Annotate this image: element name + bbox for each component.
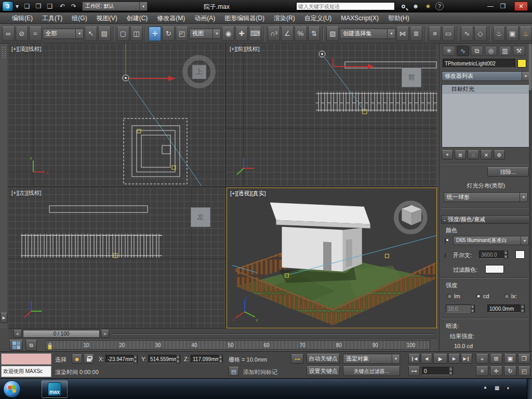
infocenter-search-input[interactable] <box>296 2 395 10</box>
ribbon-toggle-button[interactable]: ▭ <box>442 26 455 41</box>
menu-maxscript[interactable]: MAXScript(X) <box>336 12 383 24</box>
unit-lx-radio[interactable]: lx: <box>504 293 517 299</box>
wirecolor-swatch[interactable] <box>517 59 526 68</box>
open-mini-curve-editor-button[interactable] <box>9 340 23 351</box>
rendered-frame-window-button[interactable]: ▣ <box>506 26 518 41</box>
light-distribution-dropdown[interactable]: 统一球形 ▾ <box>444 192 528 202</box>
mirror-button[interactable]: ⋈ <box>396 26 409 41</box>
viewcube-top-face[interactable]: 上 <box>192 65 206 79</box>
time-ruler[interactable]: 0 10 20 30 40 50 60 70 80 90 100 <box>46 340 430 350</box>
rectangular-selection-region-button[interactable]: ▢ <box>117 26 129 41</box>
y-coord-field[interactable]: 514.559mm ▴▾ <box>148 355 180 363</box>
tab-display[interactable]: ▥ <box>499 46 511 56</box>
isolate-selection-button[interactable]: ☻ <box>72 354 82 364</box>
viewport-top-label[interactable]: [+][顶][线框] <box>11 45 42 53</box>
app-logo-icon[interactable]: 3 <box>2 1 14 11</box>
redo-button[interactable]: ↷ <box>69 2 79 11</box>
key-mode-toggle-button[interactable]: ⊶ <box>408 366 420 376</box>
next-frame-button[interactable]: > <box>101 330 109 338</box>
show-end-result-button[interactable]: ≣ <box>455 150 466 159</box>
percent-snap-button[interactable]: % <box>295 26 307 41</box>
lux-distance-spinner[interactable]: ▴▾ <box>521 305 524 312</box>
viewcube[interactable]: 前 <box>402 68 421 87</box>
render-production-button[interactable]: ♨ <box>520 26 532 41</box>
viewcube[interactable]: 左 <box>191 207 210 227</box>
viewcube[interactable] <box>396 203 425 232</box>
object-name-field[interactable]: TPhotometricLight002 <box>443 59 515 68</box>
select-and-rotate-button[interactable]: ↻ <box>162 26 175 41</box>
kelvin-radio[interactable] <box>445 252 446 259</box>
menu-create[interactable]: 创建(C) <box>122 12 153 24</box>
viewcube[interactable]: 上 <box>182 55 216 88</box>
select-and-link-button[interactable]: ∞ <box>2 26 15 41</box>
tab-utilities[interactable]: ⚒ <box>513 46 525 56</box>
rollout-intensity-color-attenuation[interactable]: - 强度/颜色/衰减 <box>441 215 530 224</box>
window-crossing-toggle-button[interactable]: ◫ <box>130 26 143 41</box>
edit-named-selection-sets-button[interactable]: ▧ <box>326 26 339 41</box>
close-button[interactable]: ✕ <box>514 2 528 11</box>
menu-modifiers[interactable]: 修改器(M) <box>152 12 190 24</box>
unit-lm-radio[interactable]: lm <box>447 293 460 299</box>
tab-modify[interactable]: ∿ <box>457 46 469 56</box>
unit-cd-radio[interactable]: cd <box>476 293 489 299</box>
tab-hierarchy[interactable]: ⧉ <box>471 46 483 56</box>
viewport-perspective-label[interactable]: [+][透视][真实] <box>230 190 266 197</box>
show-desktop-button[interactable] <box>527 379 532 399</box>
make-unique-button[interactable]: ∴ <box>468 150 479 159</box>
tray-volume-icon[interactable]: ◗ <box>507 385 510 391</box>
time-slider-track[interactable] <box>112 333 434 335</box>
y-spinner[interactable]: ▴▾ <box>176 355 180 363</box>
maxscript-mini-listener-input[interactable] <box>1 353 51 365</box>
illuminant-radio[interactable] <box>445 238 446 244</box>
previous-frame-button[interactable]: < <box>14 330 22 338</box>
z-coord-field[interactable]: 117.099mm ▴▾ <box>191 355 223 363</box>
exclude-button[interactable]: 排除... <box>487 167 529 177</box>
minimize-button[interactable]: — <box>485 2 496 11</box>
viewport-perspective-canvas[interactable]: z x y <box>227 188 436 328</box>
selection-filter-dropdown[interactable]: 全部 ▾ <box>43 29 84 39</box>
viewport-front-canvas[interactable] <box>227 44 437 186</box>
sign-in-icon[interactable]: ☻ <box>410 2 421 11</box>
zoom-extents-all-button[interactable]: ❒ <box>518 354 530 364</box>
kelvin-field[interactable]: 3600.0 ▴▾ <box>479 250 508 259</box>
help-icon[interactable]: ? <box>435 2 444 10</box>
key-filters-button[interactable]: 关键点过滤器... <box>343 366 400 376</box>
viewport-front[interactable]: [+][前][线框] <box>227 44 437 186</box>
menu-customize[interactable]: 自定义(U) <box>300 12 337 24</box>
orbit-button[interactable]: ↻ <box>504 366 516 376</box>
menu-tools[interactable]: 工具(T) <box>37 12 67 24</box>
viewport-front-label[interactable]: [+][前][线框] <box>230 45 260 53</box>
intensity-spinner[interactable]: ▴▾ <box>471 305 474 312</box>
taskbar-3dsmax-button[interactable]: max <box>42 380 68 398</box>
favorites-star-icon[interactable]: ★ <box>423 2 433 11</box>
new-scene-button[interactable]: ❏ <box>22 2 32 11</box>
start-button[interactable] <box>3 380 21 398</box>
save-file-button[interactable]: ❑ <box>45 2 55 11</box>
open-listener-button[interactable]: ▤ <box>229 367 239 376</box>
pin-stack-button[interactable]: ⌖ <box>442 150 453 159</box>
selection-lock-button[interactable] <box>84 354 94 364</box>
reference-coordinate-dropdown[interactable]: 视图 ▾ <box>189 29 221 39</box>
tray-network-icon[interactable]: ▦ <box>495 385 499 391</box>
select-and-scale-button[interactable]: ◰ <box>176 26 188 41</box>
keyboard-shortcut-override-button[interactable]: ⌨ <box>249 26 261 41</box>
menu-graph-editors[interactable]: 图形编辑器(D) <box>220 12 269 24</box>
tab-create[interactable]: ✳ <box>443 46 455 56</box>
go-to-start-button[interactable]: ❙◀ <box>408 354 420 364</box>
remove-modifier-button[interactable]: ✕ <box>481 150 492 159</box>
key-selection-mode-dropdown[interactable]: 选定对象 ▾ <box>343 354 400 364</box>
curve-editor-button[interactable]: ∿ <box>461 26 473 41</box>
panel-scrollbar[interactable] <box>529 44 531 351</box>
zoom-all-button[interactable]: ⊞ <box>490 354 502 364</box>
zoom-button[interactable]: + <box>476 354 488 364</box>
viewport-left-label[interactable]: [+][左][线框] <box>11 189 42 197</box>
modifier-stack[interactable]: 目标灯光 <box>442 84 530 148</box>
zoom-region-button[interactable]: ⌗ <box>476 366 488 376</box>
align-button[interactable]: ≣ <box>410 26 422 41</box>
select-and-manipulate-button[interactable]: ✚ <box>235 26 248 41</box>
z-spinner[interactable]: ▴▾ <box>219 355 222 363</box>
viewport-perspective[interactable]: [+][透视][真实] <box>227 188 437 328</box>
select-by-name-button[interactable]: ▤ <box>98 26 111 41</box>
maximize-button[interactable]: ❐ <box>498 2 508 11</box>
menu-edit[interactable]: 编辑(E) <box>7 12 37 24</box>
